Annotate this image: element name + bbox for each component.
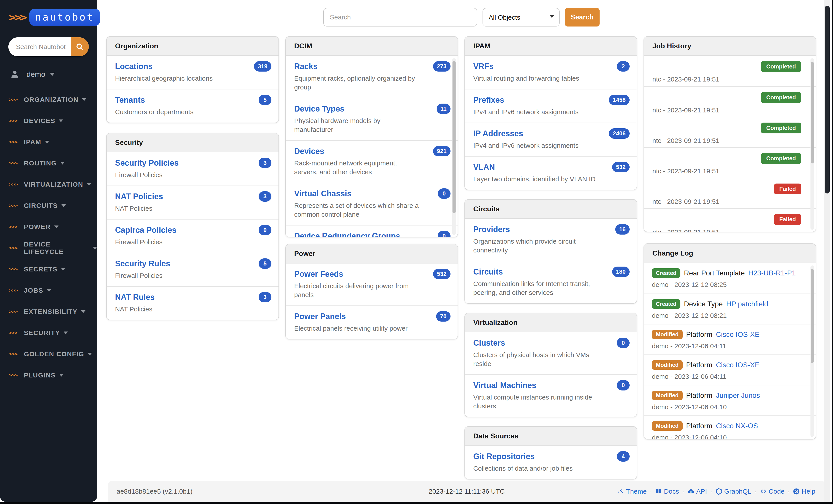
scrollbar-thumb[interactable] <box>811 269 814 363</box>
count-badge[interactable]: 319 <box>254 61 271 72</box>
count-badge[interactable]: 273 <box>433 61 451 72</box>
item-link[interactable]: Prefixes <box>473 95 504 105</box>
item-link[interactable]: Security Rules <box>115 259 170 269</box>
footer-link-docs[interactable]: Docs <box>655 488 679 495</box>
scrollbar-thumb[interactable] <box>452 61 456 213</box>
footer-link-api[interactable]: {}API <box>688 488 707 495</box>
list-item[interactable]: ModifiedPlatformCisco IOS-XEdemo - 2023-… <box>644 324 816 355</box>
list-item[interactable]: ModifiedPlatformCisco IOS-XEdemo - 2023-… <box>644 355 816 385</box>
footer-link-help[interactable]: Help <box>793 488 815 495</box>
table-row[interactable]: Failedntc - 2023-09-21 19:51 <box>644 178 816 208</box>
count-badge[interactable]: 2 <box>617 61 629 72</box>
list-item[interactable]: ModifiedPlatformJuniper Junosdemo - 2023… <box>644 385 816 415</box>
item-link[interactable]: Tenants <box>115 95 145 105</box>
item-link[interactable]: Capirca Policies <box>115 225 176 235</box>
item-link[interactable]: VRFs <box>473 62 494 71</box>
item-link[interactable]: Git Repositories <box>473 452 534 461</box>
object-link[interactable]: HP patchfield <box>726 300 768 308</box>
nautobot-logo[interactable]: >>> nautobot <box>0 0 97 26</box>
scrollbar-thumb[interactable] <box>811 62 814 163</box>
table-row[interactable]: Completedntc - 2023-09-21 19:51 <box>644 117 816 147</box>
search-input[interactable] <box>323 8 477 26</box>
table-row[interactable]: Completedntc - 2023-09-21 19:51 <box>644 86 816 117</box>
count-badge[interactable]: 3 <box>259 292 271 302</box>
object-link[interactable]: Juniper Junos <box>716 391 760 400</box>
count-badge[interactable]: 3 <box>259 191 271 202</box>
sidebar-search-button[interactable] <box>71 37 89 56</box>
count-badge[interactable]: 921 <box>433 146 451 157</box>
count-badge[interactable]: 16 <box>615 224 629 235</box>
count-badge[interactable]: 3 <box>259 158 271 168</box>
footer-link-theme[interactable]: Theme <box>617 488 647 495</box>
item-link[interactable]: IP Addresses <box>473 129 523 139</box>
count-badge[interactable]: 5 <box>259 95 271 105</box>
item-link[interactable]: Device Types <box>294 104 344 114</box>
count-badge[interactable]: 2406 <box>609 128 629 139</box>
object-filter-dropdown[interactable]: All Objects <box>482 8 560 26</box>
object-link[interactable]: Cisco IOS-XE <box>716 361 759 369</box>
sidebar-item-virtualization[interactable]: >>>VIRTUALIZATION <box>0 174 97 195</box>
sidebar-item-ipam[interactable]: >>>IPAM <box>0 131 97 152</box>
item-link[interactable]: Racks <box>294 62 317 71</box>
sidebar-search-input[interactable] <box>8 37 71 56</box>
list-item[interactable]: CreatedDevice TypeHP patchfielddemo - 20… <box>644 293 816 324</box>
object-link[interactable]: Cisco NX-OS <box>716 422 758 430</box>
panel-scrollbar[interactable] <box>452 58 456 235</box>
sidebar-item-circuits[interactable]: >>>CIRCUITS <box>0 195 97 216</box>
item-link[interactable]: Clusters <box>473 338 505 348</box>
count-badge[interactable]: 11 <box>436 103 451 114</box>
item-link[interactable]: Circuits <box>473 267 503 277</box>
count-badge[interactable]: 0 <box>617 380 629 390</box>
sidebar-item-jobs[interactable]: >>>JOBS <box>0 280 97 301</box>
sidebar-item-plugins[interactable]: >>>PLUGINS <box>0 365 97 386</box>
list-item[interactable]: ModifiedPlatformCisco NX-OSdemo - 2023-1… <box>644 415 816 439</box>
item-link[interactable]: Devices <box>294 146 324 156</box>
sidebar-item-secrets[interactable]: >>>SECRETS <box>0 259 97 280</box>
sidebar-item-golden-config[interactable]: >>>GOLDEN CONFIG <box>0 343 97 365</box>
panel-scrollbar[interactable] <box>810 58 814 230</box>
sidebar-item-devices[interactable]: >>>DEVICES <box>0 110 97 131</box>
sidebar-item-extensibility[interactable]: >>>EXTENSIBILITY <box>0 301 97 322</box>
item-link[interactable]: Providers <box>473 224 510 234</box>
count-badge[interactable]: 0 <box>438 231 451 237</box>
item-link[interactable]: Virtual Chassis <box>294 189 351 198</box>
count-badge[interactable]: 180 <box>612 267 629 277</box>
footer-link-code[interactable]: Code <box>760 488 785 495</box>
item-link[interactable]: NAT Policies <box>115 192 163 201</box>
panel-scrollbar[interactable] <box>810 265 814 437</box>
footer-link-graphql[interactable]: GraphQL <box>715 488 751 495</box>
item-link[interactable]: Device Redundancy Groups <box>294 231 400 237</box>
object-link[interactable]: Cisco IOS-XE <box>716 330 759 339</box>
count-badge[interactable]: 532 <box>612 162 629 172</box>
item-link[interactable]: VLAN <box>473 162 495 172</box>
count-badge[interactable]: 0 <box>259 225 271 235</box>
object-filter-select[interactable]: All Objects <box>482 8 560 26</box>
item-link[interactable]: Power Panels <box>294 312 346 321</box>
table-row[interactable]: Completedntc - 2023-09-21 19:51 <box>644 56 816 86</box>
list-item[interactable]: CreatedRear Port TemplateH23-UB-R1-P1dem… <box>644 263 816 293</box>
page-scrollbar-thumb[interactable] <box>825 6 830 193</box>
sidebar-item-routing[interactable]: >>>ROUTING <box>0 152 97 174</box>
user-menu[interactable]: demo <box>10 69 97 79</box>
count-badge[interactable]: 0 <box>617 338 629 348</box>
object-link[interactable]: H23-UB-R1-P1 <box>748 269 796 277</box>
sidebar-item-organization[interactable]: >>>ORGANIZATION <box>0 89 97 110</box>
table-row[interactable]: Failedntc - 2023-09-21 19:51 <box>644 208 816 232</box>
item-link[interactable]: Locations <box>115 62 152 71</box>
page-scrollbar[interactable] <box>824 0 830 502</box>
count-badge[interactable]: 532 <box>433 269 451 279</box>
count-badge[interactable]: 0 <box>438 188 451 199</box>
count-badge[interactable]: 70 <box>436 311 451 321</box>
item-link[interactable]: Virtual Machines <box>473 381 536 390</box>
item-link[interactable]: Power Feeds <box>294 269 343 279</box>
sidebar-item-security[interactable]: >>>SECURITY <box>0 322 97 343</box>
item-link[interactable]: NAT Rules <box>115 292 154 302</box>
table-row[interactable]: Completedntc - 2023-09-21 19:51 <box>644 147 816 178</box>
search-button[interactable]: Search <box>565 8 600 26</box>
count-badge[interactable]: 5 <box>259 258 271 269</box>
sidebar-item-device-lifecycle[interactable]: >>>DEVICE LIFECYCLE <box>0 237 97 259</box>
count-badge[interactable]: 1458 <box>609 95 629 105</box>
count-badge[interactable]: 4 <box>617 451 629 462</box>
item-link[interactable]: Security Policies <box>115 158 178 168</box>
sidebar-item-power[interactable]: >>>POWER <box>0 216 97 237</box>
